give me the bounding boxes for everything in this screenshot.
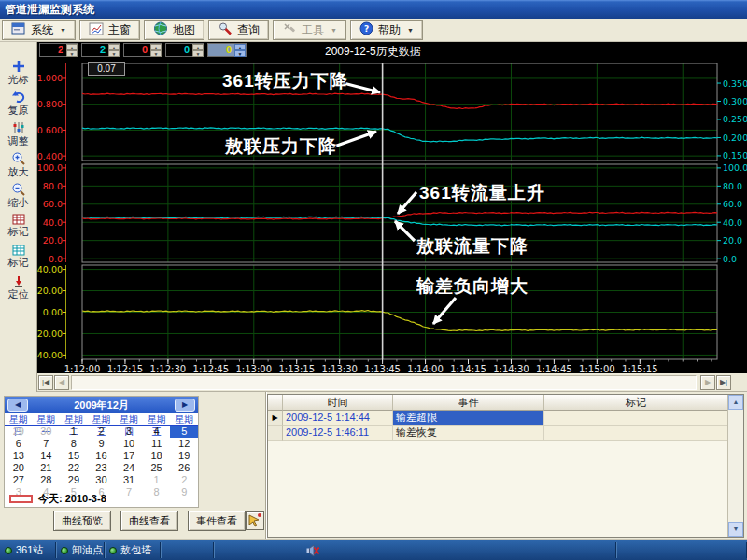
sidebar-item-adjust[interactable]: 调整: [0, 120, 36, 147]
calendar-day[interactable]: 9: [88, 438, 116, 450]
calendar-day[interactable]: 2: [170, 474, 198, 486]
calendar-day[interactable]: 24: [115, 462, 143, 474]
calendar-day[interactable]: 7: [115, 486, 143, 498]
calendar-day[interactable]: 3: [115, 426, 143, 438]
zoom-in-icon: [11, 151, 26, 166]
calendar-day[interactable]: 18: [143, 450, 171, 462]
calendar-day[interactable]: 1: [60, 426, 88, 438]
calendar-day[interactable]: 31: [115, 474, 143, 486]
calendar-day[interactable]: 23: [88, 462, 116, 474]
calendar-day[interactable]: 1: [143, 474, 171, 486]
curve-view-button[interactable]: 曲线查看: [120, 511, 178, 531]
right-axis-label: 0.300: [723, 96, 747, 106]
event-time-cell[interactable]: 2009-12-5 1:46:11: [283, 426, 393, 441]
chart-area: 2▲▼ 2▲▼ 0▲▼ 0▲▼ 0▲▼ 2009-12-5历史数据 1.0000…: [37, 42, 747, 373]
system-menu-button[interactable]: 系统 ▼: [2, 20, 76, 40]
event-mark-cell[interactable]: [544, 411, 728, 426]
locate-icon: [11, 274, 26, 288]
nav-prev-button[interactable]: ◀: [54, 375, 69, 390]
chevron-down-icon: ▼: [60, 27, 66, 34]
event-mark-cell[interactable]: [544, 426, 728, 441]
chevron-down-icon: ▼: [407, 27, 414, 34]
calendar-day[interactable]: 17: [115, 450, 143, 462]
nav-next-button[interactable]: ▶: [700, 375, 715, 390]
muted-speaker-icon[interactable]: [306, 544, 319, 560]
sidebar-item-zoom-in[interactable]: 放大: [0, 151, 36, 177]
sidebar-item-mark-red[interactable]: 标记: [0, 213, 36, 237]
scroll-down-icon[interactable]: ▼: [728, 522, 743, 537]
map-button[interactable]: 地图: [144, 20, 204, 40]
calendar-day-selected[interactable]: 5: [170, 426, 198, 438]
sidebar-item-locate[interactable]: 定位: [0, 274, 36, 300]
calendar-day[interactable]: 28: [33, 474, 61, 486]
calendar-day[interactable]: 13: [5, 450, 33, 462]
calendar-day[interactable]: 27: [5, 474, 33, 486]
calendar-day[interactable]: 12: [170, 438, 198, 450]
event-view-button[interactable]: 事件查看: [188, 511, 246, 531]
nav-first-button[interactable]: |◀: [38, 375, 53, 390]
event-time-cell[interactable]: 2009-12-5 1:14:44: [283, 411, 393, 426]
calendar-day[interactable]: 15: [60, 450, 88, 462]
calendar-day[interactable]: 30: [33, 426, 61, 438]
calendar-day[interactable]: 21: [33, 462, 61, 474]
event-name-cell[interactable]: 输差超限: [393, 411, 544, 426]
calendar-day[interactable]: 14: [33, 450, 61, 462]
left-axis-label: 60.0: [43, 199, 63, 209]
calendar-day[interactable]: 25: [143, 462, 171, 474]
calendar-day[interactable]: 10: [115, 438, 143, 450]
calendar-day[interactable]: 19: [170, 450, 198, 462]
calendar-day[interactable]: 2: [88, 426, 116, 438]
calendar-day[interactable]: 8: [143, 486, 171, 498]
column-header-time[interactable]: 时间: [283, 395, 393, 411]
sidebar-item-zoom-out[interactable]: 缩小: [0, 182, 36, 208]
help-menu-button[interactable]: ? 帮助 ▼: [350, 20, 423, 40]
nav-last-button[interactable]: ▶|: [716, 375, 731, 390]
calendar-grid: 2930123456789101112131415161718192021222…: [5, 426, 198, 498]
calendar-day[interactable]: 30: [88, 474, 116, 486]
column-header-mark[interactable]: 标记: [544, 395, 728, 411]
calendar-day[interactable]: 6: [5, 438, 33, 450]
calendar-day[interactable]: 29: [60, 474, 88, 486]
row-selector-cell[interactable]: [268, 426, 283, 441]
undo-icon: [11, 90, 26, 105]
row-selector-cell[interactable]: ▶: [268, 411, 283, 426]
event-row[interactable]: 2009-12-5 1:46:11输差恢复: [268, 426, 743, 441]
nav-track[interactable]: [71, 375, 697, 390]
sidebar-item-mark-cyan[interactable]: 标记: [0, 244, 36, 268]
main-window-button[interactable]: 主窗: [79, 20, 140, 40]
station-label: 卸油点: [72, 543, 103, 557]
green-led-icon: [109, 547, 117, 554]
calendar-next-button[interactable]: ▶: [175, 399, 195, 412]
sidebar-item-cursor[interactable]: 光标: [0, 59, 36, 85]
goto-event-button[interactable]: [246, 511, 264, 530]
calendar-day[interactable]: 22: [60, 462, 88, 474]
tools-menu-button[interactable]: 工具 ▼: [273, 20, 346, 40]
status-section-empty: [161, 540, 214, 560]
right-axis-label: 0.350: [723, 78, 747, 89]
bottom-panel: ◀ 2009年12月 ▶ 星期日星期一星期二星期三星期四星期五星期六 29301…: [0, 392, 747, 539]
today-label[interactable]: 今天: 2010-3-8: [38, 492, 106, 506]
event-name-cell[interactable]: 输差恢复: [393, 426, 544, 441]
query-button[interactable]: 查询: [208, 20, 269, 40]
title-bar: 管道泄漏监测系统: [0, 0, 747, 19]
column-header-event[interactable]: 事件: [393, 395, 544, 411]
calendar-prev-button[interactable]: ◀: [7, 399, 28, 412]
calendar-day[interactable]: 20: [5, 462, 33, 474]
scroll-up-icon[interactable]: ▲: [728, 395, 743, 410]
calendar-day[interactable]: 9: [170, 486, 198, 498]
toolbar-label: 地图: [173, 22, 195, 38]
calendar-day[interactable]: 11: [143, 438, 171, 450]
curve-preview-button[interactable]: 曲线预览: [53, 511, 111, 531]
table-scrollbar[interactable]: ▲ ▼: [727, 395, 743, 537]
mark-cyan-icon: [11, 244, 26, 257]
calendar-day[interactable]: 16: [88, 450, 116, 462]
calendar-day[interactable]: 8: [60, 438, 88, 450]
calendar-day[interactable]: 4: [143, 426, 171, 438]
calendar-day[interactable]: 26: [170, 462, 198, 474]
event-row[interactable]: ▶2009-12-5 1:14:44输差超限: [268, 411, 743, 426]
status-station-unload-point: 卸油点: [56, 540, 105, 560]
right-axis-label: 80.0: [723, 181, 742, 191]
calendar-day[interactable]: 29: [5, 426, 33, 438]
sidebar-item-restore[interactable]: 复原: [0, 90, 36, 116]
calendar-day[interactable]: 7: [33, 438, 61, 450]
